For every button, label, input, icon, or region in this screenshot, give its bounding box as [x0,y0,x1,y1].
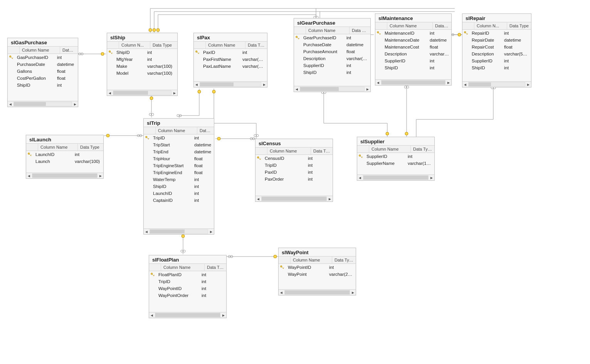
table-row[interactable]: Launchvarchar(100) [26,158,103,165]
table-row[interactable]: GearPurchaseIDint [294,34,370,41]
table-row[interactable]: SupplierIDint [462,57,531,64]
scroll-right-icon[interactable]: ► [72,101,78,107]
table-row[interactable]: WayPointOrderint [149,292,226,299]
scroll-right-icon[interactable]: ► [208,229,214,234]
table-row[interactable]: PurchaseAmountfloat [294,48,370,55]
table-row[interactable]: MaintenanceIDint [375,30,451,37]
scrollbar-h[interactable]: ◄ ► [149,312,226,318]
table-row[interactable]: ShipIDint [294,69,370,76]
scroll-left-icon[interactable]: ◄ [294,86,299,92]
table-slShip[interactable]: slShip Column N... Data Type ShipIDintMf… [107,33,178,96]
table-row[interactable]: CensusIDint [255,155,333,162]
table-slFloatPlan[interactable]: slFloatPlan Column Name Data Type FloatP… [149,255,227,318]
table-row[interactable]: LaunchIDint [26,151,103,158]
table-row[interactable]: SupplierIDint [357,153,434,160]
table-slLaunch[interactable]: slLaunch Column Name Data Type LaunchIDi… [26,135,104,179]
table-row[interactable]: ShipIDint [144,183,214,190]
table-row[interactable]: CaptainIDint [144,197,214,204]
scroll-right-icon[interactable]: ► [429,175,434,180]
table-row[interactable]: LaunchIDint [144,190,214,197]
scroll-left-icon[interactable]: ◄ [26,173,32,178]
table-slWayPoint[interactable]: slWayPoint Column Name Data Type WayPoin… [278,248,356,295]
scroll-left-icon[interactable]: ◄ [8,101,13,107]
scrollbar-h[interactable]: ◄ ► [375,79,451,85]
scrollbar-h[interactable]: ◄ ► [26,173,103,178]
scroll-left-icon[interactable]: ◄ [255,196,261,201]
table-row[interactable]: ShipIDint [8,82,78,89]
table-row[interactable]: PurchaseDatedatetime [8,61,78,68]
table-row[interactable]: CostPerGallonfloat [8,75,78,82]
table-row[interactable]: Makevarchar(100) [107,63,177,70]
scroll-right-icon[interactable]: ► [221,312,226,318]
scrollbar-h[interactable]: ◄ ► [357,174,434,180]
scroll-left-icon[interactable]: ◄ [279,290,284,295]
table-row[interactable]: MaintenanceCostfloat [375,44,451,50]
table-slTrip[interactable]: slTrip Column Name Data Type TripIDintTr… [143,118,214,235]
table-row[interactable]: SupplierIDint [294,62,370,69]
table-row[interactable]: PaxLastNamevarchar(200) [194,63,267,70]
scroll-left-icon[interactable]: ◄ [149,312,155,318]
table-row[interactable]: TripIDint [144,134,214,141]
table-row[interactable]: PurchaseDatedatetime [294,41,370,48]
table-row[interactable]: WayPointIDint [279,264,356,271]
table-slGasPurchase[interactable]: slGasPurchase Column Name Data Type GasP… [7,38,78,107]
scrollbar-h[interactable]: ◄ ► [255,196,333,201]
scroll-right-icon[interactable]: ► [172,90,177,96]
table-row[interactable]: RepairDatedatetime [462,37,531,44]
table-row[interactable]: MaintenanceDatedatetime [375,37,451,44]
table-row[interactable]: TripEngineEndfloat [144,169,214,176]
table-slRepair[interactable]: slRepair Column N... Data Type RepairIDi… [462,13,531,87]
table-row[interactable]: TripHourfloat [144,155,214,162]
scrollbar-h[interactable]: ◄ ► [294,86,370,92]
table-row[interactable]: WayPointvarchar(250) [279,271,356,278]
table-row[interactable]: TripEnddatetime [144,148,214,155]
table-row[interactable]: SupplierIDint [375,57,451,64]
table-row[interactable]: PaxOrderint [255,176,333,183]
scroll-left-icon[interactable]: ◄ [462,82,468,87]
scroll-left-icon[interactable]: ◄ [194,82,199,87]
table-row[interactable]: TripIDint [255,162,333,169]
table-row[interactable]: MfgYearint [107,56,177,63]
table-row[interactable]: Descriptionvarchar(500) [462,50,531,57]
scrollbar-h[interactable]: ◄ ► [107,90,177,96]
scroll-right-icon[interactable]: ► [98,173,103,178]
scroll-left-icon[interactable]: ◄ [375,80,381,85]
scroll-left-icon[interactable]: ◄ [144,229,149,234]
table-row[interactable]: Gallonsfloat [8,68,78,75]
table-row[interactable]: SupplierNamevarchar(100) [357,160,434,167]
table-row[interactable]: FloatPlanIDint [149,271,226,278]
scroll-right-icon[interactable]: ► [262,82,267,87]
scrollbar-h[interactable]: ◄ ► [8,101,78,107]
table-row[interactable]: TripStartdatetime [144,141,214,148]
table-slSupplier[interactable]: slSupplier Column Name Data Type Supplie… [357,137,435,181]
table-row[interactable]: WaterTempint [144,176,214,183]
scrollbar-h[interactable]: ◄ ► [194,81,267,87]
table-row[interactable]: ShipIDint [107,49,177,56]
scroll-right-icon[interactable]: ► [350,290,356,295]
table-row[interactable]: RepairIDint [462,30,531,37]
table-row[interactable]: Modelvarchar(100) [107,70,177,77]
table-row[interactable]: ShipIDint [375,64,451,71]
table-row[interactable]: Descriptionvarchar(500) [294,55,370,62]
table-row[interactable]: Descriptionvarchar(500) [375,50,451,57]
table-slGearPurchase[interactable]: slGearPurchase Column Name Data Type Gea… [294,18,371,92]
scroll-right-icon[interactable]: ► [526,82,531,87]
scroll-left-icon[interactable]: ◄ [357,175,363,180]
scrollbar-h[interactable]: ◄ ► [279,289,356,295]
table-slMaintenance[interactable]: slMaintenance Column Name Data Type Main… [375,13,452,86]
table-row[interactable]: WayPointIDint [149,285,226,292]
scroll-right-icon[interactable]: ► [327,196,333,201]
table-row[interactable]: TripIDint [149,278,226,285]
table-row[interactable]: PaxIDint [255,169,333,176]
scroll-right-icon[interactable]: ► [446,80,451,85]
table-row[interactable]: PaxIDint [194,49,267,56]
table-slPax[interactable]: slPax Column Name Data Type PaxIDintPaxF… [193,33,267,87]
scrollbar-h[interactable]: ◄ ► [462,81,531,87]
table-row[interactable]: PaxFirstNamevarchar(200) [194,56,267,63]
scrollbar-h[interactable]: ◄ ► [144,228,214,234]
table-row[interactable]: RepairCostfloat [462,44,531,50]
table-row[interactable]: GasPurchaseIDint [8,54,78,61]
table-slCensus[interactable]: slCensus Column Name Data Type CensusIDi… [255,139,333,202]
table-row[interactable]: ShipIDint [462,64,531,71]
table-row[interactable]: TripEngineStartfloat [144,162,214,169]
